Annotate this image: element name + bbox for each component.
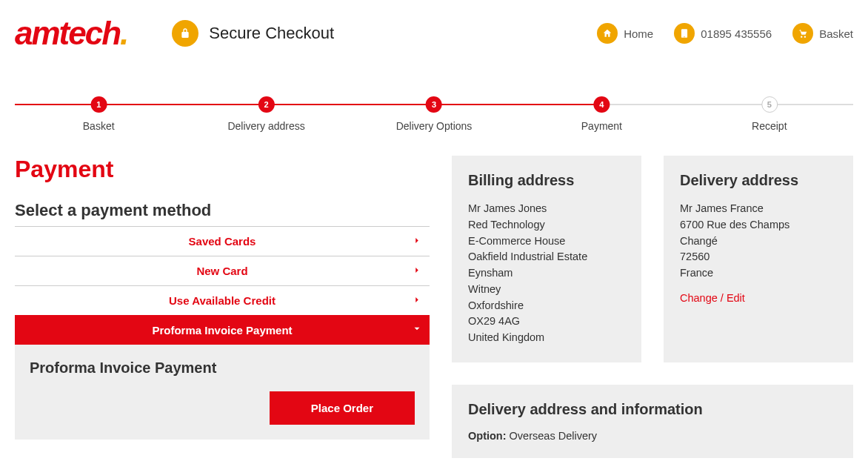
phone-label: 01895 435556 bbox=[701, 27, 772, 40]
step-circle: 1 bbox=[90, 96, 107, 113]
chevron-right-icon bbox=[412, 265, 422, 277]
phone-link[interactable]: 01895 435556 bbox=[674, 23, 772, 44]
address-line: Oxfordshire bbox=[468, 298, 625, 314]
address-line: Mr James Jones bbox=[468, 201, 625, 217]
step-label: Delivery Options bbox=[396, 120, 473, 132]
home-link[interactable]: Home bbox=[597, 23, 653, 44]
home-label: Home bbox=[624, 27, 653, 40]
delivery-address-box: Delivery address Mr James France6700 Rue… bbox=[664, 156, 853, 362]
lock-icon bbox=[172, 20, 198, 47]
chevron-right-icon bbox=[412, 235, 422, 248]
select-method-heading: Select a payment method bbox=[15, 201, 430, 220]
main-content: Payment Select a payment method Saved Ca… bbox=[0, 156, 868, 464]
brand-dot: . bbox=[120, 15, 127, 51]
step-label: Receipt bbox=[752, 120, 787, 132]
step-circle: 2 bbox=[258, 96, 275, 113]
cart-icon bbox=[792, 23, 813, 44]
delivery-option-row: Option: Overseas Delivery bbox=[468, 430, 837, 442]
accordion-label: New Card bbox=[196, 265, 247, 277]
header: amtech. Secure Checkout Home 01895 43555… bbox=[0, 0, 868, 59]
home-icon bbox=[597, 23, 618, 44]
step-label: Basket bbox=[83, 120, 115, 132]
address-line: 6700 Rue des Champs bbox=[680, 217, 837, 233]
page-title: Payment bbox=[15, 156, 430, 183]
address-line: E-Commerce House bbox=[468, 233, 625, 250]
accordion-label: Proforma Invoice Payment bbox=[152, 324, 292, 337]
delivery-info-box: Delivery address and information Option:… bbox=[452, 385, 853, 458]
address-line: OX29 4AG bbox=[468, 314, 625, 330]
step-basket[interactable]: 1Basket bbox=[83, 96, 115, 132]
proforma-title: Proforma Invoice Payment bbox=[30, 359, 415, 377]
proforma-panel: Proforma Invoice Payment Place Order bbox=[15, 345, 430, 440]
accordion-new-card[interactable]: New Card bbox=[15, 256, 430, 285]
step-delivery-options[interactable]: 3Delivery Options bbox=[396, 96, 473, 132]
chevron-down-icon bbox=[412, 324, 422, 337]
address-line: Mr James France bbox=[680, 201, 837, 217]
address-line: Oakfield Industrial Estate bbox=[468, 249, 625, 265]
delivery-heading: Delivery address bbox=[680, 172, 837, 189]
basket-label: Basket bbox=[819, 27, 853, 40]
step-delivery-address[interactable]: 2Delivery address bbox=[227, 96, 304, 132]
checkout-steps: 1Basket2Delivery address3Delivery Option… bbox=[15, 96, 853, 141]
delivery-info-heading: Delivery address and information bbox=[468, 401, 837, 418]
address-line: Eynsham bbox=[468, 265, 625, 282]
step-receipt[interactable]: 5Receipt bbox=[752, 96, 787, 132]
payment-column: Payment Select a payment method Saved Ca… bbox=[15, 156, 430, 458]
address-line: United Kingdom bbox=[468, 330, 625, 346]
delivery-lines: Mr James France6700 Rue des ChampsChangé… bbox=[680, 201, 837, 282]
billing-lines: Mr James JonesRed TechnologyE-Commerce H… bbox=[468, 201, 625, 346]
phone-icon bbox=[674, 23, 695, 44]
address-line: Witney bbox=[468, 282, 625, 298]
accordion-proforma[interactable]: Proforma Invoice Payment bbox=[15, 315, 430, 345]
address-line: Changé bbox=[680, 233, 837, 250]
option-label: Option: bbox=[468, 430, 507, 442]
step-payment[interactable]: 4Payment bbox=[581, 96, 622, 132]
option-value: Overseas Delivery bbox=[510, 430, 597, 442]
step-circle: 4 bbox=[593, 96, 610, 113]
brand-logo: amtech. bbox=[15, 15, 127, 52]
accordion-label: Saved Cards bbox=[189, 235, 256, 248]
accordion-saved-cards[interactable]: Saved Cards bbox=[15, 226, 430, 256]
step-label: Payment bbox=[581, 120, 622, 132]
billing-heading: Billing address bbox=[468, 172, 625, 189]
accordion-credit[interactable]: Use Available Credit bbox=[15, 285, 430, 315]
brand-name: amtech bbox=[15, 15, 120, 51]
step-circle: 3 bbox=[426, 96, 442, 113]
billing-address-box: Billing address Mr James JonesRed Techno… bbox=[452, 156, 641, 362]
header-nav: Home 01895 435556 Basket bbox=[597, 23, 853, 44]
address-line: 72560 bbox=[680, 249, 837, 265]
basket-link[interactable]: Basket bbox=[792, 23, 853, 44]
step-circle: 5 bbox=[761, 96, 778, 113]
address-line: Red Technology bbox=[468, 217, 625, 233]
secure-checkout: Secure Checkout bbox=[172, 20, 334, 47]
place-order-button[interactable]: Place Order bbox=[270, 391, 415, 425]
change-edit-link[interactable]: Change / Edit bbox=[680, 292, 745, 304]
accordion-label: Use Available Credit bbox=[169, 294, 276, 307]
chevron-right-icon bbox=[412, 294, 422, 307]
step-label: Delivery address bbox=[227, 120, 304, 132]
sidebar-column: Billing address Mr James JonesRed Techno… bbox=[452, 156, 853, 458]
address-row: Billing address Mr James JonesRed Techno… bbox=[452, 156, 853, 362]
secure-label: Secure Checkout bbox=[209, 24, 334, 43]
address-line: France bbox=[680, 265, 837, 282]
